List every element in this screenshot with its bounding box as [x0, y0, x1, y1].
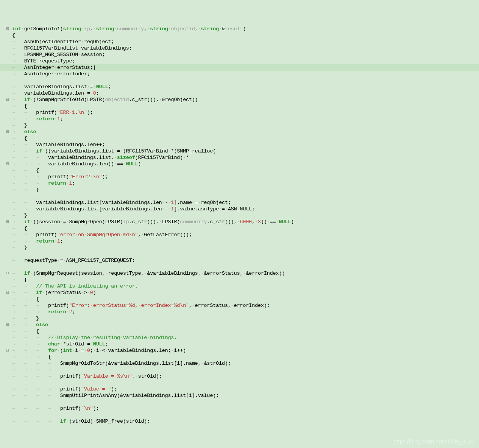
code-block: ⊟ int·getSnmpInfo1(string·ip,·string·com… — [0, 26, 479, 425]
watermark: https://blog.csdn.net/shixin_0125 — [393, 439, 474, 445]
